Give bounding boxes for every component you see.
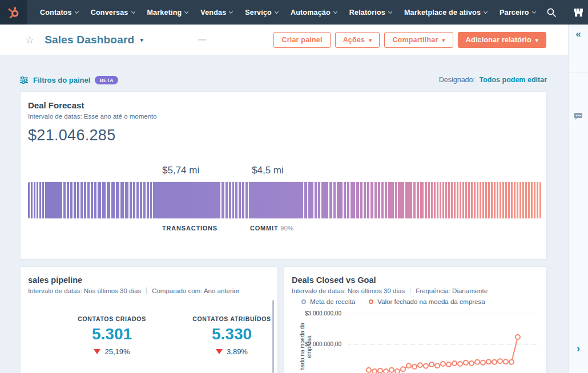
dashboard-title-caret-icon[interactable]: ▾ (140, 36, 143, 44)
forecast-bar-segment[interactable] (329, 182, 332, 218)
deal-forecast-title[interactable]: Deal Forecast (28, 100, 539, 110)
forecast-bar-segment[interactable] (388, 182, 394, 218)
nav-item-conversas[interactable]: Conversas (84, 0, 141, 25)
forecast-bar-segment[interactable] (39, 182, 41, 218)
data-point[interactable] (429, 362, 434, 367)
data-point[interactable] (384, 369, 388, 373)
data-point[interactable] (424, 364, 428, 368)
forecast-bar-segment[interactable] (321, 182, 328, 218)
forecast-bar-segment[interactable] (405, 182, 412, 218)
forecast-bar-segment[interactable] (525, 182, 527, 218)
forecast-bar-segment[interactable] (333, 182, 336, 218)
data-point[interactable] (475, 360, 480, 364)
data-point[interactable] (389, 368, 394, 372)
forecast-bar-segment[interactable] (528, 182, 530, 218)
forecast-bar-segment[interactable] (413, 182, 416, 218)
forecast-bar-segment[interactable] (465, 182, 467, 218)
forecast-bar-segment[interactable] (34, 182, 35, 218)
forecast-bar-segment[interactable] (147, 182, 149, 218)
data-point[interactable] (412, 364, 417, 369)
data-point[interactable] (469, 361, 474, 366)
nav-item-parceiro[interactable]: Parceiro (493, 0, 542, 25)
forecast-bar-segment[interactable] (42, 182, 44, 218)
forecast-bar-segment[interactable] (454, 182, 456, 218)
forecast-bar-segment[interactable] (477, 182, 478, 218)
forecast-bar-segment[interactable] (488, 182, 490, 218)
forecast-bar-segment[interactable] (519, 182, 521, 218)
data-point[interactable] (367, 368, 371, 372)
forecast-bar-segment[interactable] (31, 182, 33, 218)
data-point[interactable] (492, 360, 497, 364)
forecast-bar-segment[interactable] (522, 182, 524, 218)
forecast-bar-segment[interactable] (107, 182, 110, 218)
forecast-bar-segment[interactable] (304, 182, 307, 218)
create-dashboard-button[interactable]: Criar painel (273, 32, 330, 48)
forecast-bar-segment[interactable] (420, 182, 424, 218)
share-button[interactable]: Compartilhar▾ (384, 32, 453, 48)
forecast-bar-segment[interactable] (385, 182, 387, 218)
forecast-bar-segment[interactable] (318, 182, 320, 218)
forecast-bar-segment[interactable] (374, 182, 377, 218)
forecast-bar-segment[interactable] (425, 182, 427, 218)
forecast-bar-segment[interactable] (395, 182, 397, 218)
metric-value[interactable]: 5.301 (52, 325, 172, 343)
forecast-bar-segment[interactable] (70, 182, 73, 218)
next-panel-icon[interactable]: › (577, 343, 580, 354)
forecast-bar-segment[interactable] (381, 182, 384, 218)
forecast-bar-segment[interactable] (136, 182, 139, 218)
forecast-bar-segment[interactable] (534, 182, 535, 218)
forecast-bar-segment[interactable] (514, 182, 515, 218)
forecast-bar-segment[interactable] (485, 182, 487, 218)
data-point[interactable] (458, 362, 462, 366)
favorite-star-icon[interactable]: ☆ (25, 34, 34, 46)
data-point[interactable] (378, 368, 382, 373)
forecast-bar-segment[interactable] (91, 182, 93, 218)
data-point[interactable] (441, 362, 445, 366)
marketplace-icon[interactable] (569, 3, 588, 22)
forecast-bar-segment[interactable] (494, 182, 496, 218)
forecast-bar[interactable] (28, 182, 541, 218)
comments-icon[interactable] (574, 112, 583, 123)
forecast-bar-segment[interactable] (120, 182, 124, 218)
forecast-bar-segment[interactable] (370, 182, 373, 218)
data-point[interactable] (464, 360, 468, 365)
forecast-bar-segment[interactable] (460, 182, 461, 218)
data-point[interactable] (435, 363, 440, 368)
forecast-bar-segment[interactable] (356, 182, 359, 218)
hubspot-logo[interactable] (0, 0, 27, 25)
forecast-bar-segment[interactable] (232, 182, 234, 218)
search-icon[interactable] (542, 3, 561, 22)
forecast-bar-segment[interactable] (77, 182, 79, 218)
forecast-bar-segment[interactable] (235, 182, 237, 218)
forecast-bar-segment[interactable] (437, 182, 438, 218)
forecast-bar-segment[interactable] (74, 182, 76, 218)
forecast-bar-segment[interactable] (482, 182, 484, 218)
card-scrollbar[interactable] (272, 300, 274, 373)
data-point[interactable] (498, 359, 502, 363)
add-report-button[interactable]: Adicionar relatório▾ (458, 32, 546, 48)
forecast-bar-segment[interactable] (537, 182, 538, 218)
forecast-bar-segment[interactable] (442, 182, 444, 218)
forecast-bar-segment[interactable] (229, 182, 231, 218)
forecast-bar-segment[interactable] (505, 182, 507, 218)
forecast-bar-segment[interactable] (249, 182, 303, 218)
forecast-bar-segment[interactable] (491, 182, 493, 218)
forecast-bar-segment[interactable] (440, 182, 441, 218)
forecast-bar-segment[interactable] (462, 182, 464, 218)
data-point[interactable] (418, 363, 422, 367)
data-point[interactable] (504, 359, 508, 364)
forecast-bar-segment[interactable] (221, 182, 224, 218)
forecast-bar-segment[interactable] (37, 182, 38, 218)
forecast-bar-segment[interactable] (448, 182, 450, 218)
nav-item-relatorios[interactable]: Relatórios (343, 0, 398, 25)
forecast-bar-segment[interactable] (245, 182, 248, 218)
data-point[interactable] (515, 335, 520, 339)
forecast-bar-segment[interactable] (497, 182, 498, 218)
forecast-bar-segment[interactable] (451, 182, 453, 218)
forecast-bar-segment[interactable] (445, 182, 447, 218)
forecast-bar-segment[interactable] (308, 182, 313, 218)
deals-line-chart[interactable] (284, 267, 547, 373)
forecast-bar-segment[interactable] (28, 182, 30, 218)
forecast-bar-segment[interactable] (398, 182, 404, 218)
forecast-bar-segment[interactable] (337, 182, 343, 218)
